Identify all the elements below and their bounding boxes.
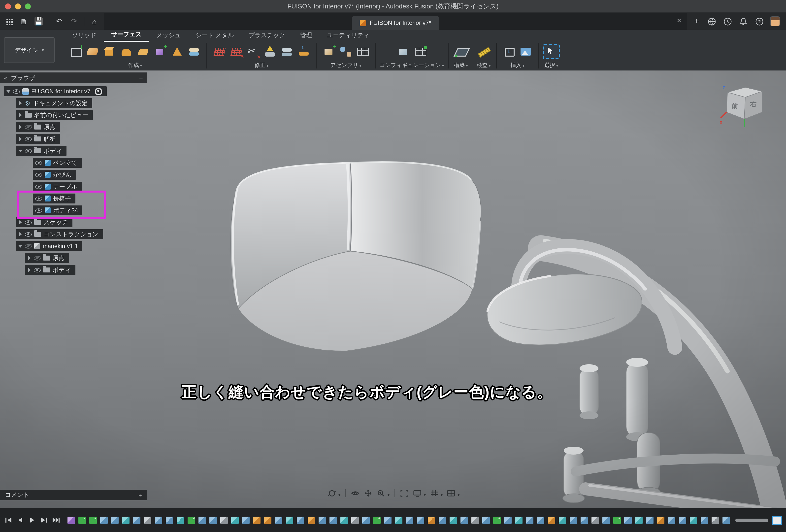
tree-item-manekin-component[interactable]: manekin v1:1	[16, 241, 83, 251]
skip-to-start-icon[interactable]	[4, 516, 13, 524]
timeline-feature-icon[interactable]	[570, 516, 577, 524]
timeline-feature-icon[interactable]	[439, 516, 446, 524]
visibility-eye-icon[interactable]	[35, 160, 42, 165]
visibility-eye-icon[interactable]	[13, 89, 20, 94]
look-at-icon[interactable]	[350, 488, 361, 498]
patch-icon[interactable]	[85, 44, 100, 59]
group-label-insert[interactable]: 挿入	[510, 62, 525, 69]
timeline-feature-icon[interactable]	[264, 516, 272, 524]
trim-icon[interactable]	[212, 44, 227, 59]
chevron-down-icon[interactable]: ▾	[339, 492, 340, 497]
step-forward-icon[interactable]	[40, 516, 49, 524]
timeline-feature-icon[interactable]	[504, 516, 512, 524]
timeline-feature-icon[interactable]	[100, 516, 108, 524]
tree-item-body-vase[interactable]: かびん	[33, 170, 76, 180]
expander-icon[interactable]	[18, 125, 22, 129]
configuration-table-icon[interactable]	[413, 44, 428, 59]
timeline-feature-icon[interactable]	[449, 516, 457, 524]
timeline-feature-icon[interactable]	[122, 516, 130, 524]
timeline-feature-icon[interactable]	[657, 516, 665, 524]
construction-plane-icon[interactable]	[454, 44, 468, 59]
timeline-feature-icon[interactable]	[613, 516, 621, 524]
chevron-down-icon[interactable]: ▾	[458, 492, 460, 497]
unstitch-icon[interactable]	[279, 44, 294, 59]
tree-item-body-34[interactable]: ボディ34	[33, 205, 83, 215]
viewport-layout-icon[interactable]	[446, 488, 457, 498]
grid-settings-icon[interactable]	[429, 488, 440, 498]
timeline-feature-icon[interactable]	[133, 516, 140, 524]
timeline-feature-icon[interactable]	[78, 516, 86, 524]
timeline-feature-icon[interactable]	[461, 516, 468, 524]
untrim-icon[interactable]	[229, 44, 244, 59]
timeline-feature-icon[interactable]	[199, 516, 206, 524]
visibility-eye-icon[interactable]	[25, 148, 32, 153]
timeline-feature-icon[interactable]	[144, 516, 151, 524]
reverse-normal-icon[interactable]	[296, 44, 311, 59]
pan-icon[interactable]	[363, 488, 374, 498]
step-back-icon[interactable]	[16, 516, 25, 524]
timeline-feature-icon[interactable]	[111, 516, 119, 524]
close-tab-icon[interactable]: ✕	[676, 17, 682, 24]
visibility-eye-icon[interactable]	[35, 208, 42, 213]
tree-item-body-penstand[interactable]: ペン立て	[33, 158, 82, 168]
tree-item-document-settings[interactable]: ⚙ ドキュメントの設定	[16, 98, 92, 108]
canvas-icon[interactable]	[518, 44, 533, 59]
timeline-feature-icon[interactable]	[417, 516, 424, 524]
timeline-feature-icon[interactable]	[668, 516, 675, 524]
add-comment-button[interactable]: +	[138, 491, 142, 499]
new-tab-button[interactable]: +	[691, 15, 703, 27]
expander-icon[interactable]	[18, 221, 22, 224]
sweep-icon[interactable]	[136, 44, 151, 59]
document-tab[interactable]: FUISON for Interior v7*	[352, 16, 439, 30]
delete-faces-icon[interactable]	[246, 44, 260, 59]
activate-target-icon[interactable]	[95, 88, 102, 95]
tab-utilities[interactable]: ユーティリティ	[320, 31, 377, 42]
timeline-feature-icon[interactable]	[428, 516, 435, 524]
timeline-feature-icon[interactable]	[406, 516, 413, 524]
fit-view-icon[interactable]	[399, 488, 410, 498]
help-icon[interactable]: ?	[754, 16, 764, 26]
tree-item-bodies-folder[interactable]: ボディ	[16, 146, 67, 156]
file-menu-icon[interactable]: 🗎	[19, 16, 29, 26]
timeline-feature-icon[interactable]	[526, 516, 533, 524]
offset-icon[interactable]	[187, 44, 202, 59]
measure-icon[interactable]	[476, 44, 491, 59]
tree-item-analysis[interactable]: 解析	[16, 134, 60, 144]
timeline-feature-icon[interactable]	[297, 516, 304, 524]
orbit-icon[interactable]	[326, 488, 338, 498]
timeline-feature-icon[interactable]	[242, 516, 250, 524]
timeline-feature-icon[interactable]	[275, 516, 282, 524]
timeline-feature-icon[interactable]	[68, 516, 75, 524]
tab-manage[interactable]: 管理	[293, 31, 320, 42]
home-icon[interactable]: ⌂	[89, 16, 99, 26]
timeline-feature-icon[interactable]	[166, 516, 173, 524]
undo-icon[interactable]: ↶	[54, 16, 64, 26]
extrude-icon[interactable]	[102, 44, 117, 59]
create-form-icon[interactable]	[68, 44, 83, 59]
timeline-feature-icon[interactable]	[690, 516, 697, 524]
group-label-configuration[interactable]: コンフィギュレーション	[379, 62, 444, 69]
viewcube[interactable]: 前 右 Z X	[718, 84, 768, 131]
timeline-feature-icon[interactable]	[701, 516, 708, 524]
minimize-panel-icon[interactable]: −	[139, 74, 143, 82]
timeline-feature-icon[interactable]	[592, 516, 599, 524]
assembly-table-icon[interactable]	[355, 44, 370, 59]
joint-icon[interactable]	[339, 44, 353, 59]
timeline-feature-icon[interactable]	[89, 516, 97, 524]
extensions-icon[interactable]	[707, 16, 717, 26]
group-label-inspect[interactable]: 検査	[477, 62, 491, 69]
timeline-feature-icon[interactable]	[646, 516, 653, 524]
tab-surface[interactable]: サーフェス	[104, 30, 149, 42]
save-icon[interactable]: 💾	[34, 16, 44, 26]
visibility-eye-icon[interactable]	[34, 268, 41, 273]
visibility-eye-icon[interactable]	[35, 172, 42, 177]
timeline-feature-icon[interactable]	[177, 516, 184, 524]
timeline-feature-icon[interactable]	[515, 516, 523, 524]
timeline-feature-icon[interactable]	[231, 516, 239, 524]
tree-item-body-table[interactable]: テーブル	[33, 182, 82, 191]
visibility-eye-icon[interactable]	[35, 184, 42, 189]
visibility-eye-icon[interactable]	[25, 220, 32, 225]
timeline-feature-icon[interactable]	[482, 516, 490, 524]
collapse-panel-icon[interactable]: «	[4, 75, 7, 81]
zoom-icon[interactable]	[376, 488, 387, 498]
